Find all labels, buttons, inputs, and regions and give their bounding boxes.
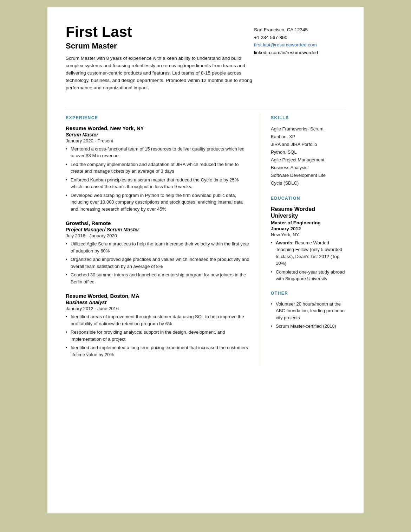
skill-1: Agile Frameworks- Scrum, xyxy=(271,125,345,133)
job1-company-name: Resume Worded xyxy=(66,125,107,131)
skill-5: Business Analysis xyxy=(271,164,345,172)
job-block-1: Resume Worded, New York, NY Scrum Master… xyxy=(66,125,249,213)
candidate-summary: Scrum Master with 8 years of experience … xyxy=(66,55,254,92)
job-block-3: Resume Worded, Boston, MA Business Analy… xyxy=(66,293,249,358)
other-section-title: OTHER xyxy=(271,291,345,296)
header-section: First Last Scrum Master Scrum Master wit… xyxy=(66,24,345,92)
job1-company-line: Resume Worded, New York, NY xyxy=(66,125,249,131)
job1-bullet-1: Mentored a cross-functional team of 15 r… xyxy=(66,146,249,159)
other-bullet-2: Scrum Master-certified (2018) xyxy=(271,323,345,330)
contact-address: San Francisco, CA 12345 xyxy=(254,26,345,34)
job1-bullet-2: Led the company implementation and adapt… xyxy=(66,161,249,175)
job2-bullet-2: Organized and improved agile practices a… xyxy=(66,256,249,270)
contact-phone: +1 234 567-890 xyxy=(254,34,345,41)
education-section-title: EDUCATION xyxy=(271,196,345,201)
job3-bullet-1: Identified areas of improvement through … xyxy=(66,313,249,327)
edu-degree: Master of Engineering xyxy=(271,220,345,225)
edu-location: New York, NY xyxy=(271,232,345,237)
job2-company-name: Growthsi xyxy=(66,220,89,226)
header-right: San Francisco, CA 12345 +1 234 567-890 f… xyxy=(254,24,345,92)
skill-6: Software Development Life xyxy=(271,172,345,179)
skill-3: Python, SQL xyxy=(271,148,345,156)
job3-title: Business Analyst xyxy=(66,300,249,305)
resume-document: First Last Scrum Master Scrum Master wit… xyxy=(47,7,364,513)
candidate-title: Scrum Master xyxy=(66,41,254,51)
job3-bullet-2: Responsible for providing analytical sup… xyxy=(66,329,249,342)
job3-company-line: Resume Worded, Boston, MA xyxy=(66,293,249,299)
job-block-2: Growthsi, Remote Project Manager/ Scrum … xyxy=(66,220,249,285)
skill-2: JIRA and JIRA Porfolio xyxy=(271,141,345,148)
job1-bullet-4: Developed web scraping program in Python… xyxy=(66,192,249,213)
job3-dates: January 2012 - June 2016 xyxy=(66,306,249,311)
candidate-name: First Last xyxy=(66,24,254,40)
experience-section-title: EXPERIENCE xyxy=(66,115,249,120)
education-section: EDUCATION Resume WordedUniversity Master… xyxy=(271,196,345,282)
contact-linkedin: linkedin.com/in/resumeworded xyxy=(254,49,345,57)
job2-location: , Remote xyxy=(89,220,111,226)
header-left: First Last Scrum Master Scrum Master wit… xyxy=(66,24,254,92)
skills-list: Agile Frameworks- Scrum, Kanban, XP JIRA… xyxy=(271,125,345,187)
email-link[interactable]: first.last@resumeworded.com xyxy=(254,42,317,47)
edu-school: Resume WordedUniversity xyxy=(271,206,345,219)
header-divider xyxy=(66,108,345,108)
skills-section: SKILLS Agile Frameworks- Scrum, Kanban, … xyxy=(271,115,345,187)
job2-bullets: Utilized Agile Scrum practices to help t… xyxy=(66,241,249,285)
edu-date: January 2012 xyxy=(271,226,345,231)
education-block: Resume WordedUniversity Master of Engine… xyxy=(271,206,345,282)
contact-email: first.last@resumeworded.com xyxy=(254,41,345,49)
job1-location: , New York, NY xyxy=(107,125,144,131)
other-bullet-1: Volunteer 20 hours/month at the ABC foun… xyxy=(271,301,345,321)
edu-bullet-2: Completed one-year study abroad with Sin… xyxy=(271,269,345,282)
edu-bullets: Awards: Resume Worded Teaching Fellow (o… xyxy=(271,239,345,282)
skill-4: Agile Project Management xyxy=(271,156,345,164)
job3-bullets: Identified areas of improvement through … xyxy=(66,313,249,358)
left-column: EXPERIENCE Resume Worded, New York, NY S… xyxy=(66,115,261,366)
job3-bullet-3: Identified and implemented a long term p… xyxy=(66,344,249,358)
job2-bullet-3: Coached 30 summer interns and launched a… xyxy=(66,271,249,285)
job1-bullets: Mentored a cross-functional team of 15 r… xyxy=(66,146,249,213)
skill-6b: Cycle (SDLC) xyxy=(271,179,345,187)
two-col-layout: EXPERIENCE Resume Worded, New York, NY S… xyxy=(66,115,345,366)
job2-bullet-1: Utilized Agile Scrum practices to help t… xyxy=(66,241,249,254)
job2-title: Project Manager/ Scrum Master xyxy=(66,227,249,232)
skills-section-title: SKILLS xyxy=(271,115,345,120)
job1-bullet-3: Enforced Kanban principles as a scrum ma… xyxy=(66,177,249,190)
job3-company-name: Resume Worded xyxy=(66,293,107,299)
skill-1b: Kanban, XP xyxy=(271,133,345,141)
right-column: SKILLS Agile Frameworks- Scrum, Kanban, … xyxy=(261,115,345,366)
job1-dates: January 2020 - Present xyxy=(66,138,249,143)
other-bullets: Volunteer 20 hours/month at the ABC foun… xyxy=(271,301,345,330)
job2-company-line: Growthsi, Remote xyxy=(66,220,249,226)
job2-dates: July 2016 - January 2020 xyxy=(66,233,249,238)
job1-title: Scrum Master xyxy=(66,132,249,137)
job3-location: , Boston, MA xyxy=(107,293,139,299)
other-section: OTHER Volunteer 20 hours/month at the AB… xyxy=(271,291,345,330)
edu-bullet-1: Awards: Resume Worded Teaching Fellow (o… xyxy=(271,239,345,267)
